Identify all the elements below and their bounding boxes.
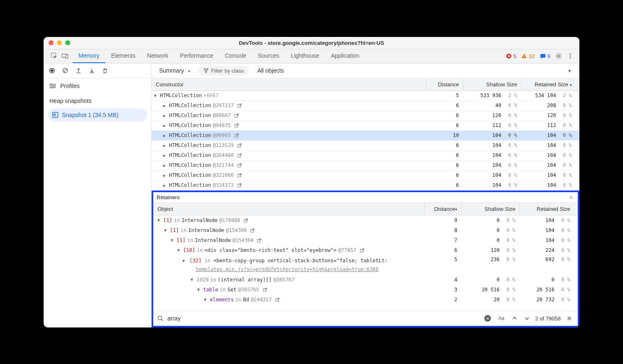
- filter-icon: [204, 68, 208, 73]
- close-search-button[interactable]: ✕: [565, 314, 574, 323]
- tab-lighthouse[interactable]: Lighthouse: [285, 49, 325, 63]
- table-row[interactable]: ▶ HTMLCollection @297217 6 400 % 2080 %: [152, 101, 579, 111]
- tab-console[interactable]: Console: [219, 49, 252, 63]
- close-window-button[interactable]: [49, 40, 54, 45]
- retainer-row[interactable]: ▼ [1] in InternalNode @170888 9 00 % 104…: [153, 215, 578, 225]
- table-row[interactable]: ▶ HTMLCollection @324372 6 1040 % 1040 %: [152, 181, 579, 191]
- filter-by-class[interactable]: Filter by class: [199, 66, 249, 76]
- svg-rect-5: [524, 57, 525, 58]
- col-constructor[interactable]: Constructor: [152, 81, 426, 88]
- snapshot-label: Snapshot 1 (34.5 MB): [62, 112, 118, 118]
- next-match-button[interactable]: [523, 315, 531, 322]
- status-area: 5 32 9: [506, 53, 576, 59]
- svg-rect-2: [66, 55, 68, 59]
- scope-dropdown[interactable]: All objects: [254, 66, 287, 76]
- table-row[interactable]: ▶ HTMLCollection @322086 6 1040 % 1040 %: [152, 171, 579, 181]
- popout-icon[interactable]: [237, 173, 242, 178]
- maximize-window-button[interactable]: [65, 40, 70, 45]
- record-icon[interactable]: [49, 67, 55, 74]
- gc-icon[interactable]: [102, 67, 108, 74]
- summary-dropdown[interactable]: Summary: [156, 66, 194, 76]
- retainer-row[interactable]: ▼ elements in Bd @244317 2 200 % 20 7320…: [153, 295, 578, 305]
- col-retained-r[interactable]: Retained Size: [520, 203, 578, 215]
- match-count: 2 of 79058: [535, 315, 561, 322]
- tab-elements[interactable]: Elements: [105, 49, 141, 63]
- retainer-row[interactable]: ▼ [32] in <bento-copy-group vertical-sta…: [153, 255, 578, 275]
- retainers-table[interactable]: ▼ [1] in InternalNode @170888 9 00 % 104…: [153, 215, 578, 311]
- table-row[interactable]: ▶ HTMLCollection @264480 6 1040 % 1040 %: [152, 151, 579, 161]
- table-row[interactable]: ▶ HTMLCollection @321744 6 1040 % 1040 %: [152, 161, 579, 171]
- retainer-row[interactable]: ▼ [1] in InternalNode @154304 7 00 % 104…: [153, 235, 578, 245]
- popout-icon[interactable]: [257, 238, 262, 243]
- col-retained[interactable]: Retained Size: [521, 78, 579, 90]
- table-row-group[interactable]: ▼ HTMLCollection ×6067 5 533 9362 % 534 …: [152, 91, 579, 101]
- search-input[interactable]: [167, 315, 478, 322]
- svg-point-31: [53, 85, 55, 87]
- popout-icon[interactable]: [237, 163, 242, 168]
- retainers-menu-icon[interactable]: ≡: [568, 194, 574, 200]
- popout-icon[interactable]: [237, 153, 242, 158]
- clear-search-button[interactable]: ✕: [483, 314, 493, 322]
- tab-performance[interactable]: Performance: [174, 49, 219, 63]
- col-distance[interactable]: Distance: [426, 78, 463, 90]
- popout-icon[interactable]: [262, 287, 267, 292]
- minimize-window-button[interactable]: [57, 40, 62, 45]
- popout-icon[interactable]: [234, 133, 239, 138]
- match-case-button[interactable]: Aa: [497, 315, 506, 322]
- popout-icon[interactable]: [250, 228, 255, 233]
- svg-rect-6: [540, 54, 545, 58]
- object-table[interactable]: ▼ HTMLCollection ×6067 5 533 9362 % 534 …: [152, 91, 579, 191]
- col-shallow-r[interactable]: Shallow Size: [461, 203, 520, 215]
- warning-count[interactable]: 32: [521, 53, 535, 59]
- table-row[interactable]: ▶ HTMLCollection @113529 6 1040 % 1040 %: [152, 141, 579, 151]
- retainers-header: Object Distance▴ Shallow Size Retained S…: [153, 203, 578, 215]
- profiles-section[interactable]: Profiles: [44, 78, 151, 92]
- popout-icon[interactable]: [275, 297, 280, 302]
- clear-icon[interactable]: [62, 67, 69, 74]
- issues-count[interactable]: 9: [540, 53, 550, 59]
- settings-icon[interactable]: [555, 53, 562, 59]
- retainer-row[interactable]: ▼ 1929 in (internal array)[] @365767 4 0…: [153, 275, 578, 285]
- table-row[interactable]: ▶ HTMLCollection @94835 6 1120 % 1120 %: [152, 121, 579, 131]
- table-row[interactable]: ▶ HTMLCollection @68607 6 1200 % 1200 %: [152, 111, 579, 121]
- traffic-lights: [49, 40, 70, 45]
- filterbar: Summary Filter by class All objects ▾: [152, 64, 579, 78]
- save-icon[interactable]: [88, 67, 95, 74]
- popout-icon[interactable]: [234, 113, 239, 118]
- scope-chevron[interactable]: ▾: [568, 68, 575, 74]
- popout-icon[interactable]: [234, 123, 239, 128]
- svg-point-20: [51, 69, 53, 72]
- svg-point-33: [51, 87, 53, 88]
- error-count[interactable]: 5: [506, 53, 516, 59]
- retainer-row[interactable]: ▼ [10] in <div class="bento-rich-text" s…: [153, 245, 578, 255]
- window-title: DevTools - store.google.com/category/pho…: [49, 40, 574, 46]
- popout-icon[interactable]: [237, 183, 242, 188]
- col-distance-r[interactable]: Distance▴: [424, 203, 461, 215]
- prev-match-button[interactable]: [510, 315, 519, 322]
- svg-point-50: [158, 316, 162, 320]
- popout-icon[interactable]: [237, 143, 242, 148]
- retainer-row[interactable]: ▼ table in Set @365765 3 20 5160 % 20 51…: [153, 285, 578, 295]
- more-icon[interactable]: [567, 53, 574, 59]
- popout-icon[interactable]: [243, 218, 248, 223]
- col-object[interactable]: Object: [153, 206, 424, 212]
- svg-point-18: [570, 58, 571, 59]
- main-panel: Summary Filter by class All objects ▾ Co…: [152, 64, 579, 327]
- tab-memory[interactable]: Memory: [73, 49, 105, 63]
- inspect-icon[interactable]: [51, 53, 58, 59]
- tab-application[interactable]: Application: [325, 49, 365, 63]
- load-icon[interactable]: [75, 67, 82, 74]
- sidebar-toolbar: [44, 64, 151, 78]
- table-row[interactable]: ▶ HTMLCollection @90903 10 1040 % 1040 %: [152, 131, 579, 141]
- retainer-row[interactable]: ▼ [1] in InternalNode @154306 8 00 % 104…: [153, 225, 578, 235]
- device-toggle-icon[interactable]: [62, 53, 69, 59]
- svg-line-14: [557, 57, 557, 58]
- tab-sources[interactable]: Sources: [252, 49, 285, 63]
- popout-icon[interactable]: [360, 248, 365, 253]
- devtools-window: DevTools - store.google.com/category/pho…: [44, 37, 579, 327]
- snapshot-item[interactable]: Snapshot 1 (34.5 MB): [48, 108, 147, 122]
- popout-icon[interactable]: [237, 103, 242, 108]
- col-shallow[interactable]: Shallow Size: [463, 78, 521, 90]
- tab-network[interactable]: Network: [141, 49, 174, 63]
- svg-point-17: [570, 56, 571, 57]
